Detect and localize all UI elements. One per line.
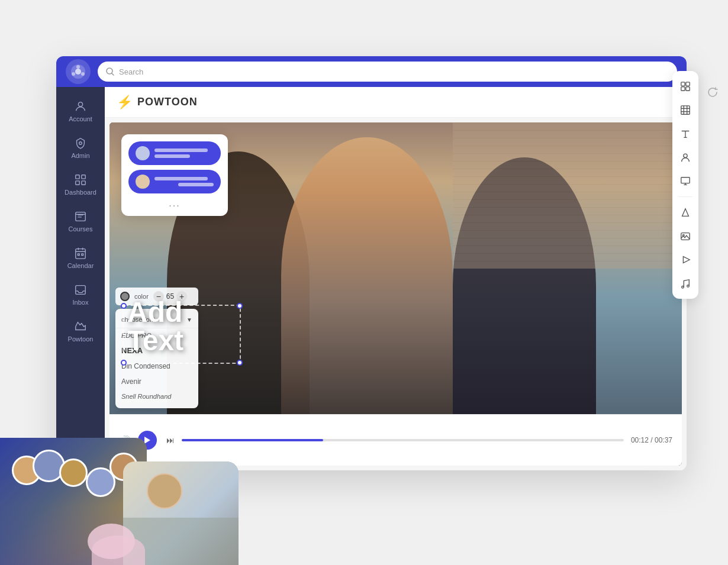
- svg-point-31: [682, 286, 684, 289]
- svg-rect-11: [82, 181, 85, 185]
- toolbar-video-icon[interactable]: [675, 249, 696, 270]
- chat-bubble-1: [128, 141, 221, 165]
- handle-tr[interactable]: [237, 303, 243, 309]
- video-background: ... color − 65 +: [109, 122, 682, 414]
- brick-wall: [453, 122, 682, 269]
- sidebar-item-admin[interactable]: Admin: [56, 131, 105, 165]
- chat-avatar-1: [136, 146, 150, 160]
- font-option-snell[interactable]: Snell Roundhand: [115, 389, 198, 403]
- account-icon: [74, 100, 87, 113]
- current-time: 00:12: [631, 436, 649, 444]
- toolbar-image-icon[interactable]: [675, 225, 696, 247]
- toolbar-texture-icon[interactable]: [675, 99, 696, 121]
- time-separator: /: [650, 436, 655, 444]
- svg-point-32: [687, 285, 690, 288]
- handle-tl[interactable]: [121, 303, 127, 309]
- chat-line: [154, 154, 190, 158]
- admin-icon: [74, 137, 87, 150]
- svg-point-6: [78, 102, 82, 106]
- sidebar-item-dashboard[interactable]: Dashboard: [56, 167, 105, 202]
- browser-window: Search Account Admin: [56, 56, 687, 470]
- powtoon-icon: [74, 320, 87, 333]
- chat-line: [178, 183, 214, 186]
- sidebar: Account Admin Dashboard: [56, 87, 105, 470]
- sidebar-item-powtoon-label: Powtoon: [68, 335, 94, 343]
- toolbar-layout-icon[interactable]: [675, 76, 696, 97]
- video-container: ... color − 65 +: [109, 122, 682, 466]
- toolbar-divider: [678, 196, 692, 197]
- search-bar[interactable]: Search: [98, 62, 677, 82]
- chat-lines-2: [154, 177, 214, 186]
- svg-point-2: [76, 65, 80, 69]
- powtoon-logo: ⚡ POWTOON: [117, 95, 198, 110]
- chat-overlay: ...: [121, 134, 228, 216]
- toolbar-user-icon[interactable]: [675, 147, 696, 168]
- browser-topbar: Search: [56, 56, 687, 87]
- svg-rect-17: [681, 82, 685, 86]
- sidebar-item-inbox-label: Inbox: [73, 299, 89, 306]
- chat-line: [154, 177, 208, 180]
- logo-icon: ⚡: [117, 95, 133, 110]
- svg-point-26: [684, 154, 687, 157]
- time-display: 00:12 / 00:37: [631, 436, 672, 444]
- toolbar-screen-icon[interactable]: [675, 170, 696, 192]
- sidebar-item-courses[interactable]: Courses: [56, 204, 105, 238]
- sidebar-item-inbox[interactable]: Inbox: [56, 277, 105, 312]
- svg-rect-18: [686, 82, 690, 86]
- svg-point-29: [683, 234, 685, 236]
- chat-avatar-2: [136, 175, 150, 189]
- svg-rect-12: [76, 212, 86, 221]
- search-placeholder: Search: [119, 67, 143, 76]
- chat-line: [154, 148, 208, 152]
- svg-rect-21: [681, 106, 690, 114]
- inbox-icon: [74, 283, 87, 296]
- refresh-button[interactable]: [703, 83, 722, 102]
- svg-rect-15: [82, 254, 83, 256]
- svg-point-3: [81, 72, 85, 76]
- handle-bl[interactable]: [121, 360, 127, 366]
- svg-rect-20: [686, 87, 690, 91]
- calendar-icon: [74, 247, 87, 260]
- laptop-person-head: [147, 473, 182, 509]
- sidebar-item-account[interactable]: Account: [56, 94, 105, 128]
- svg-marker-30: [683, 257, 690, 263]
- toolbar-shapes-icon[interactable]: [675, 202, 696, 223]
- toolbar-text-icon[interactable]: [675, 123, 696, 144]
- toolbar-music-icon[interactable]: [675, 273, 696, 294]
- app-logo: [66, 59, 91, 84]
- refresh-icon: [707, 87, 718, 98]
- svg-rect-19: [681, 87, 685, 91]
- sidebar-item-dashboard-label: Dashboard: [65, 189, 96, 196]
- logo-text: POWTOON: [137, 96, 198, 108]
- sidebar-item-calendar[interactable]: Calendar: [56, 241, 105, 275]
- svg-point-1: [75, 69, 81, 75]
- progress-bar[interactable]: [182, 439, 624, 441]
- right-toolbar: [672, 71, 698, 299]
- sidebar-item-account-label: Account: [69, 115, 92, 122]
- sidebar-item-courses-label: Courses: [69, 225, 93, 233]
- handle-br[interactable]: [237, 360, 243, 366]
- main-area: ⚡ POWTOON: [105, 87, 687, 470]
- svg-rect-9: [82, 175, 85, 179]
- selection-box[interactable]: [123, 305, 241, 364]
- browser-content: Account Admin Dashboard: [56, 87, 687, 470]
- svg-rect-27: [681, 177, 690, 183]
- font-option-avenir[interactable]: Avenir: [115, 374, 198, 389]
- person-2: [281, 137, 453, 414]
- courses-icon: [74, 210, 87, 223]
- progress-fill: [182, 439, 323, 441]
- svg-rect-14: [78, 254, 79, 256]
- main-header: ⚡ POWTOON: [105, 87, 687, 118]
- svg-rect-10: [76, 181, 79, 185]
- sidebar-item-calendar-label: Calendar: [67, 262, 94, 269]
- svg-point-7: [79, 142, 82, 145]
- svg-rect-13: [76, 249, 86, 259]
- total-time: 00:37: [655, 436, 672, 444]
- decorative-blob-2: [92, 535, 145, 565]
- sidebar-item-powtoon[interactable]: Powtoon: [56, 314, 105, 348]
- step-forward-icon[interactable]: ⏭: [166, 435, 175, 445]
- chat-dots: ...: [128, 198, 221, 209]
- chat-bubble-2: [128, 170, 221, 193]
- dashboard-icon: [74, 173, 87, 186]
- search-icon: [106, 67, 114, 76]
